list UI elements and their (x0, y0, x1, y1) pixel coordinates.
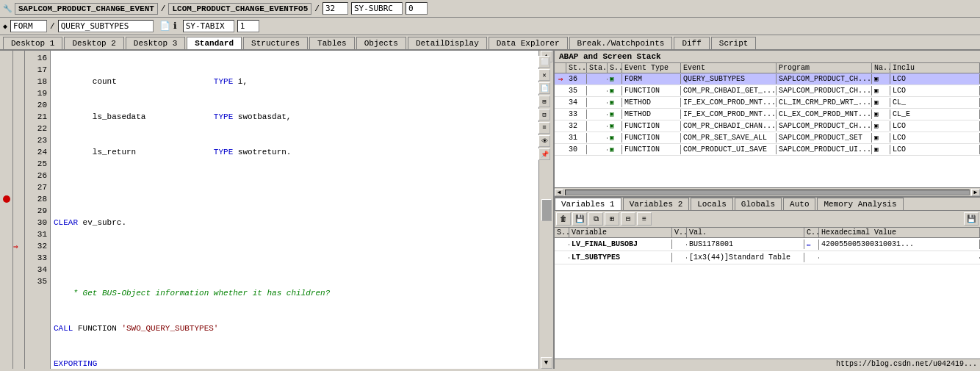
arrow-row-31 (13, 228, 24, 240)
tab-diff[interactable]: Diff (674, 37, 709, 49)
code-side-icons: ⬜ ✕ 📄 ⊞ ⊟ ≡ 👁 📌 (538, 53, 555, 160)
close-code-icon[interactable]: ✕ (538, 69, 550, 81)
tab-breakpoints[interactable]: Break./Watchpoints (569, 37, 673, 49)
expand-icon[interactable]: ⬜ (538, 56, 550, 68)
code-line-16: count TYPE i, (54, 76, 536, 87)
incl-30: LCO (890, 145, 980, 154)
incl-31: LCO (890, 133, 980, 143)
ln-34: 34 (28, 264, 47, 275)
vars-save-btn[interactable]: 💾 (572, 212, 587, 226)
vars-save2-btn[interactable]: 💾 (964, 212, 979, 226)
na-33: ▣ (872, 109, 890, 119)
st-34: 34 (566, 98, 587, 107)
hscroll-right[interactable]: ▶ (971, 189, 980, 196)
stack-row-32[interactable]: 32 ▣ FUNCTION COM_PR_CHBADI_CHAN... SAPL… (555, 120, 980, 132)
code-line-19 (54, 181, 536, 193)
arrow-row-21 (13, 111, 24, 123)
arrow-row-18 (13, 76, 24, 87)
field2-label[interactable]: SY-TABIX (183, 20, 234, 32)
hscroll-left[interactable]: ◀ (555, 189, 563, 196)
stack-row-35[interactable]: 35 ▣ FUNCTION COM_PR_CHBADI_GET_... SAPL… (555, 85, 980, 97)
tab-objects[interactable]: Objects (356, 37, 406, 49)
vars-delete-btn[interactable]: 🗑 (556, 212, 571, 226)
stack-row-33[interactable]: 33 ▣ METHOD IF_EX_COM_PROD_MNT... CL_EX_… (555, 109, 980, 120)
include-name[interactable]: LCOM_PRODUCT_CHANGE_EVENTFO5 (168, 3, 311, 15)
st-32: 32 (566, 121, 587, 131)
tab-standard[interactable]: Standard (187, 37, 242, 49)
field1-label[interactable]: SY-SUBRC (351, 2, 403, 15)
tab-dataexplorer[interactable]: Data Explorer (489, 37, 568, 49)
var-c-1: ✏ (804, 239, 819, 250)
filter-icon[interactable]: ≡ (538, 122, 550, 134)
sta-36 (587, 79, 608, 80)
incl-33: CL_E (890, 109, 980, 119)
zoom-icon[interactable]: ⊞ (538, 96, 550, 107)
stack-header: St... Sta... S... Event Type Event Progr… (555, 63, 980, 73)
var-row-lv-final-busobj[interactable]: LV_FINAL_BUSOBJ BUS1178001 ✏ 42005500530… (555, 238, 980, 251)
breakpoint-column (0, 51, 13, 369)
prog-36: SAPLCOM_PRODUCT_CH... (777, 74, 872, 84)
vars-collapse-btn[interactable]: ⊟ (621, 212, 635, 226)
vars-tab-globals[interactable]: Globals (735, 198, 782, 210)
pin-icon[interactable]: 📌 (538, 148, 550, 160)
main-tabs: Desktop 1 Desktop 2 Desktop 3 Standard S… (0, 35, 980, 51)
tab-desktop2[interactable]: Desktop 2 (64, 37, 123, 49)
expand2-icon[interactable]: ⊟ (538, 109, 550, 120)
tab-tables[interactable]: Tables (309, 37, 355, 49)
tab-script[interactable]: Script (711, 37, 757, 49)
vars-expand-btn[interactable]: ⊞ (605, 212, 619, 226)
vars-tab-locals[interactable]: Locals (691, 198, 733, 210)
program-name[interactable]: SAPLCOM_PRODUCT_CHANGE_EVENT (15, 3, 158, 15)
ln-24: 24 (28, 146, 47, 158)
tab-detaildisplay[interactable]: DetailDisplay (408, 37, 487, 49)
stack-row-31[interactable]: 31 ▣ FUNCTION COM_PR_SET_SAVE_ALL SAPLCO… (555, 132, 980, 144)
field2-value[interactable]: 1 (237, 20, 259, 32)
vars-tab-2[interactable]: Variables 2 (623, 198, 690, 210)
abap-stack-panel: ABAP and Screen Stack St... Sta... S... … (555, 51, 980, 198)
watch-icon[interactable]: 👁 (538, 135, 550, 147)
stack-hscrollbar[interactable]: ◀ ▶ (555, 187, 980, 196)
stack-row-30[interactable]: 30 ▣ FUNCTION COM_PRODUCT_UI_SAVE SAPLCO… (555, 144, 980, 156)
vars-tab-1[interactable]: Variables 1 (555, 198, 621, 210)
code-panel: ⇒ 16 17 18 19 20 21 22 23 24 25 26 27 28 (0, 51, 555, 369)
arrow-row-35 (13, 275, 24, 287)
line-number[interactable]: 32 (323, 2, 348, 15)
scroll-down-btn[interactable]: ▼ (541, 357, 552, 369)
arrow-row-25 (13, 158, 24, 170)
vars-filter-btn[interactable]: ≡ (637, 212, 652, 226)
code-line-17: ls_basedata TYPE swotbasdat, (54, 111, 536, 123)
form-label[interactable]: FORM (10, 20, 47, 32)
type-34: METHOD (622, 98, 681, 107)
code-line-22: * Get BUS-Object information whether it … (54, 287, 536, 299)
type-32: FUNCTION (622, 121, 681, 131)
vars-tabs: Variables 1 Variables 2 Locals Globals A… (555, 198, 980, 211)
vars-copy-btn[interactable]: ⧉ (588, 212, 603, 226)
tab-desktop3[interactable]: Desktop 3 (126, 37, 185, 49)
stack-row-36[interactable]: ⇒ 36 ▣ FORM QUERY_SUBTYPES SAPLCOM_PRODU… (555, 73, 980, 85)
form-name[interactable]: QUERY_SUBTYPES (58, 20, 154, 32)
sta-31 (587, 137, 608, 139)
arrow-row-27 (13, 181, 24, 193)
field1-value[interactable]: 0 (406, 2, 428, 15)
stack-row-34[interactable]: 34 ▣ METHOD IF_EX_COM_PROD_MNT... CL_IM_… (555, 97, 980, 109)
var-col-c: C... (804, 228, 819, 237)
var-val-2: [1x3(44)]Standard Table (687, 253, 804, 262)
var-row-lt-subtypes[interactable]: LT_SUBTYPES [1x3(44)]Standard Table (555, 251, 980, 264)
sep2: / (314, 4, 320, 13)
stack-table: St... Sta... S... Event Type Event Progr… (555, 63, 980, 187)
arrow-row-33 (13, 252, 24, 264)
arrow-row-32: ⇒ (13, 240, 24, 252)
hscroll-thumb[interactable] (565, 190, 970, 195)
abap-stack-title: ABAP and Screen Stack (555, 51, 980, 63)
incl-34: CL_ (890, 98, 980, 107)
event-31: COM_PR_SET_SAVE_ALL (681, 133, 777, 143)
var-col-s: S... (555, 228, 569, 237)
status-bar: https://blog.csdn.net/u042419... (555, 359, 980, 369)
code-content[interactable]: count TYPE i, ls_basedata TYPE swotbasda… (51, 51, 538, 369)
scroll-thumb[interactable] (541, 199, 552, 221)
tab-structures[interactable]: Structures (243, 37, 308, 49)
vars-tab-memory[interactable]: Memory Analysis (817, 198, 903, 210)
page-icon[interactable]: 📄 (538, 82, 550, 94)
vars-tab-auto[interactable]: Auto (783, 198, 815, 210)
tab-desktop1[interactable]: Desktop 1 (3, 37, 62, 49)
